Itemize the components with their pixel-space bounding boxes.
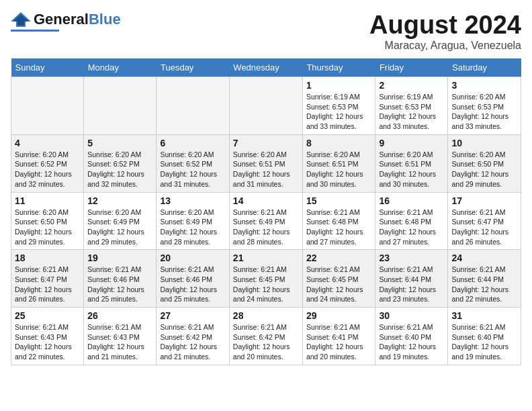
day-number: 8	[306, 138, 372, 148]
day-number: 21	[233, 253, 299, 263]
week-row-1: 1Sunrise: 6:19 AMSunset: 6:53 PMDaylight…	[11, 77, 521, 135]
calendar-cell: 4Sunrise: 6:20 AMSunset: 6:52 PMDaylight…	[11, 134, 84, 192]
day-number: 18	[15, 253, 80, 263]
day-info: Sunrise: 6:21 AMSunset: 6:45 PMDaylight:…	[306, 265, 372, 304]
day-info: Sunrise: 6:21 AMSunset: 6:47 PMDaylight:…	[15, 265, 80, 304]
calendar-cell: 28Sunrise: 6:21 AMSunset: 6:42 PMDayligh…	[229, 308, 302, 365]
day-info: Sunrise: 6:20 AMSunset: 6:49 PMDaylight:…	[87, 208, 152, 247]
day-info: Sunrise: 6:20 AMSunset: 6:51 PMDaylight:…	[306, 150, 372, 189]
day-number: 27	[160, 310, 225, 321]
day-number: 17	[451, 195, 517, 206]
month-year: August 2024	[369, 11, 521, 40]
calendar-cell: 29Sunrise: 6:21 AMSunset: 6:41 PMDayligh…	[302, 308, 375, 365]
calendar-cell: 20Sunrise: 6:21 AMSunset: 6:46 PMDayligh…	[157, 250, 229, 308]
day-info: Sunrise: 6:21 AMSunset: 6:42 PMDaylight:…	[160, 322, 225, 362]
calendar-cell	[157, 77, 229, 135]
day-number: 7	[233, 138, 299, 148]
calendar-cell: 5Sunrise: 6:20 AMSunset: 6:52 PMDaylight…	[84, 134, 157, 192]
calendar-cell: 30Sunrise: 6:21 AMSunset: 6:40 PMDayligh…	[375, 308, 448, 365]
calendar-cell: 14Sunrise: 6:21 AMSunset: 6:49 PMDayligh…	[229, 192, 302, 250]
day-info: Sunrise: 6:21 AMSunset: 6:43 PMDaylight:…	[87, 322, 152, 362]
day-number: 4	[15, 138, 80, 148]
day-number: 6	[160, 138, 225, 148]
day-header-sunday: Sunday	[11, 58, 84, 77]
day-info: Sunrise: 6:21 AMSunset: 6:42 PMDaylight:…	[233, 322, 299, 362]
logo-text: GeneralBlue	[34, 11, 121, 28]
calendar-cell: 9Sunrise: 6:20 AMSunset: 6:51 PMDaylight…	[375, 134, 448, 192]
calendar-cell: 17Sunrise: 6:21 AMSunset: 6:47 PMDayligh…	[448, 192, 521, 250]
day-number: 10	[451, 138, 517, 148]
day-number: 1	[306, 80, 372, 91]
day-info: Sunrise: 6:21 AMSunset: 6:41 PMDaylight:…	[306, 322, 372, 362]
day-info: Sunrise: 6:21 AMSunset: 6:48 PMDaylight:…	[379, 208, 444, 247]
day-number: 29	[306, 310, 372, 321]
day-number: 3	[451, 80, 517, 91]
day-number: 11	[15, 195, 80, 206]
calendar-cell: 31Sunrise: 6:21 AMSunset: 6:40 PMDayligh…	[448, 308, 521, 365]
calendar-cell: 10Sunrise: 6:20 AMSunset: 6:50 PMDayligh…	[448, 134, 521, 192]
day-number: 26	[87, 310, 152, 321]
day-number: 19	[87, 253, 152, 263]
day-info: Sunrise: 6:20 AMSunset: 6:50 PMDaylight:…	[451, 150, 517, 189]
calendar-cell: 8Sunrise: 6:20 AMSunset: 6:51 PMDaylight…	[302, 134, 375, 192]
day-number: 23	[379, 253, 444, 263]
day-header-tuesday: Tuesday	[157, 58, 229, 77]
days-header-row: SundayMondayTuesdayWednesdayThursdayFrid…	[11, 58, 521, 77]
calendar-cell: 26Sunrise: 6:21 AMSunset: 6:43 PMDayligh…	[84, 308, 157, 365]
day-info: Sunrise: 6:21 AMSunset: 6:47 PMDaylight:…	[451, 208, 517, 247]
calendar-cell: 12Sunrise: 6:20 AMSunset: 6:49 PMDayligh…	[84, 192, 157, 250]
calendar-cell	[11, 77, 84, 135]
day-info: Sunrise: 6:20 AMSunset: 6:49 PMDaylight:…	[160, 208, 225, 247]
day-number: 13	[160, 195, 225, 206]
calendar-cell: 2Sunrise: 6:19 AMSunset: 6:53 PMDaylight…	[375, 77, 448, 135]
calendar-cell: 24Sunrise: 6:21 AMSunset: 6:44 PMDayligh…	[448, 250, 521, 308]
day-header-thursday: Thursday	[302, 58, 375, 77]
day-number: 31	[451, 310, 517, 321]
location: Maracay, Aragua, Venezuela	[369, 40, 521, 52]
day-number: 30	[379, 310, 444, 321]
calendar-cell: 13Sunrise: 6:20 AMSunset: 6:49 PMDayligh…	[157, 192, 229, 250]
week-row-5: 25Sunrise: 6:21 AMSunset: 6:43 PMDayligh…	[11, 308, 521, 365]
day-number: 25	[15, 310, 80, 321]
calendar-cell: 15Sunrise: 6:21 AMSunset: 6:48 PMDayligh…	[302, 192, 375, 250]
day-number: 20	[160, 253, 225, 263]
day-number: 12	[87, 195, 152, 206]
day-info: Sunrise: 6:21 AMSunset: 6:44 PMDaylight:…	[451, 265, 517, 304]
calendar-cell: 27Sunrise: 6:21 AMSunset: 6:42 PMDayligh…	[157, 308, 229, 365]
calendar-cell: 11Sunrise: 6:20 AMSunset: 6:50 PMDayligh…	[11, 192, 84, 250]
logo-icon	[11, 12, 31, 27]
day-info: Sunrise: 6:21 AMSunset: 6:44 PMDaylight:…	[379, 265, 444, 304]
calendar-cell: 7Sunrise: 6:20 AMSunset: 6:51 PMDaylight…	[229, 134, 302, 192]
svg-marker-1	[13, 14, 29, 26]
calendar-cell: 23Sunrise: 6:21 AMSunset: 6:44 PMDayligh…	[375, 250, 448, 308]
day-header-saturday: Saturday	[448, 58, 521, 77]
day-header-wednesday: Wednesday	[229, 58, 302, 77]
day-number: 16	[379, 195, 444, 206]
day-info: Sunrise: 6:20 AMSunset: 6:50 PMDaylight:…	[15, 208, 80, 247]
day-info: Sunrise: 6:21 AMSunset: 6:43 PMDaylight:…	[15, 322, 80, 362]
day-header-friday: Friday	[375, 58, 448, 77]
day-info: Sunrise: 6:19 AMSunset: 6:53 PMDaylight:…	[306, 92, 372, 132]
day-info: Sunrise: 6:20 AMSunset: 6:52 PMDaylight:…	[160, 150, 225, 189]
page-header: GeneralBlue August 2024 Maracay, Aragua,…	[11, 11, 521, 52]
week-row-3: 11Sunrise: 6:20 AMSunset: 6:50 PMDayligh…	[11, 192, 521, 250]
calendar-cell: 16Sunrise: 6:21 AMSunset: 6:48 PMDayligh…	[375, 192, 448, 250]
day-info: Sunrise: 6:21 AMSunset: 6:40 PMDaylight:…	[379, 322, 444, 362]
calendar-cell	[84, 77, 157, 135]
day-number: 28	[233, 310, 299, 321]
week-row-2: 4Sunrise: 6:20 AMSunset: 6:52 PMDaylight…	[11, 134, 521, 192]
day-number: 24	[451, 253, 517, 263]
day-info: Sunrise: 6:21 AMSunset: 6:46 PMDaylight:…	[160, 265, 225, 304]
calendar-cell: 1Sunrise: 6:19 AMSunset: 6:53 PMDaylight…	[302, 77, 375, 135]
calendar-cell	[229, 77, 302, 135]
day-info: Sunrise: 6:21 AMSunset: 6:45 PMDaylight:…	[233, 265, 299, 304]
day-info: Sunrise: 6:20 AMSunset: 6:53 PMDaylight:…	[451, 92, 517, 132]
day-number: 22	[306, 253, 372, 263]
calendar-cell: 3Sunrise: 6:20 AMSunset: 6:53 PMDaylight…	[448, 77, 521, 135]
day-info: Sunrise: 6:20 AMSunset: 6:52 PMDaylight:…	[15, 150, 80, 189]
day-info: Sunrise: 6:20 AMSunset: 6:51 PMDaylight:…	[379, 150, 444, 189]
day-info: Sunrise: 6:21 AMSunset: 6:49 PMDaylight:…	[233, 208, 299, 247]
calendar-cell: 21Sunrise: 6:21 AMSunset: 6:45 PMDayligh…	[229, 250, 302, 308]
day-number: 5	[87, 138, 152, 148]
day-info: Sunrise: 6:21 AMSunset: 6:46 PMDaylight:…	[87, 265, 152, 304]
